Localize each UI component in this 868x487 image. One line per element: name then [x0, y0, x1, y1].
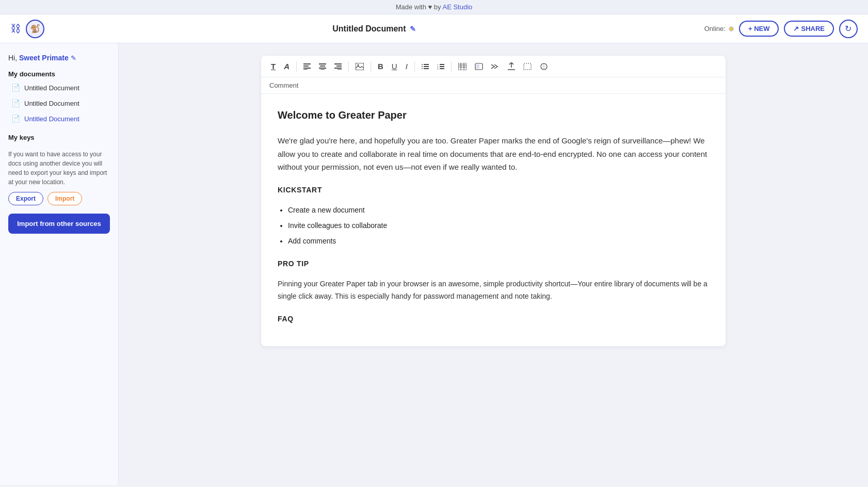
embed-button[interactable]	[471, 61, 487, 72]
kickstart-heading: KICKSTART	[278, 184, 709, 197]
svg-point-14	[422, 64, 423, 65]
svg-rect-17	[424, 66, 429, 67]
greeting: Hi, Sweet Primate ✎	[8, 54, 110, 62]
intro-paragraph: We're glad you're here, and hopefully yo…	[278, 134, 709, 174]
separator	[371, 61, 371, 72]
separator	[414, 61, 415, 72]
share-icon: ↗	[793, 25, 799, 33]
svg-rect-6	[319, 68, 326, 69]
table-button[interactable]	[455, 61, 470, 72]
upload-button[interactable]	[504, 60, 519, 73]
import-button[interactable]: Import	[47, 192, 82, 205]
svg-rect-5	[320, 66, 325, 67]
svg-rect-9	[336, 66, 342, 67]
list-item[interactable]: 📄 Untitled Document	[8, 112, 110, 125]
faq-heading: FAQ	[278, 313, 709, 326]
bold-button[interactable]: B	[374, 60, 387, 73]
export-button[interactable]: Export	[8, 192, 43, 205]
align-left-button[interactable]	[300, 61, 314, 72]
kickstart-list: Create a new document Invite colleagues …	[278, 204, 709, 247]
svg-rect-15	[424, 64, 429, 65]
document-title-heading: Welcome to Greater Paper	[278, 106, 709, 124]
svg-rect-2	[303, 68, 311, 69]
editor-card: T A B U I	[261, 56, 726, 346]
svg-rect-26	[458, 63, 467, 70]
formatting-toolbar: T A B U I	[261, 56, 726, 77]
magic-button[interactable]	[536, 60, 552, 73]
svg-rect-25	[440, 68, 444, 69]
header-left: ⛓ 🐒	[10, 20, 44, 38]
separator	[296, 61, 297, 72]
comment-label: Comment	[269, 82, 298, 89]
my-documents-section: My documents 📄 Untitled Document 📄 Untit…	[8, 70, 110, 125]
svg-rect-32	[476, 64, 479, 69]
align-right-button[interactable]	[331, 61, 345, 72]
doc-name: Untitled Document	[24, 84, 79, 92]
list-item: Add comments	[288, 235, 709, 248]
svg-rect-1	[303, 66, 309, 67]
bullet-list-button[interactable]	[418, 61, 432, 72]
edit-title-icon[interactable]: ✎	[410, 25, 416, 33]
align-center-button[interactable]	[315, 61, 330, 72]
online-dot	[729, 26, 734, 31]
svg-point-18	[422, 68, 423, 69]
doc-file-icon: 📄	[11, 99, 20, 107]
forward-button[interactable]	[488, 61, 503, 72]
separator	[451, 61, 452, 72]
logo-icon[interactable]: ⛓	[10, 23, 21, 35]
text-style-button[interactable]: T	[267, 60, 279, 73]
svg-rect-0	[303, 63, 311, 64]
svg-rect-34	[524, 63, 531, 70]
svg-rect-10	[334, 68, 342, 69]
svg-rect-12	[356, 63, 364, 70]
list-item[interactable]: 📄 Untitled Document	[8, 81, 110, 94]
refresh-button[interactable]: ↻	[839, 20, 858, 38]
svg-point-13	[358, 64, 359, 66]
doc-name: Untitled Document	[24, 115, 79, 123]
import-sources-button[interactable]: Import from other sources	[8, 214, 110, 234]
header: ⛓ 🐒 Untitled Document ✎ Online: + NEW ↗ …	[0, 14, 868, 43]
main-layout: Hi, Sweet Primate ✎ My documents 📄 Untit…	[0, 43, 868, 485]
svg-point-16	[422, 66, 423, 67]
font-button[interactable]: A	[280, 60, 293, 73]
svg-rect-21	[440, 64, 444, 65]
separator	[348, 61, 349, 72]
comment-bar: Comment	[261, 77, 726, 94]
numbered-list-button[interactable]: 1.2.3.	[433, 61, 448, 72]
my-keys-title: My keys	[8, 134, 110, 141]
underline-button[interactable]: U	[388, 60, 401, 73]
pro-tip-heading: PRO TIP	[278, 258, 709, 270]
keys-buttons: Export Import	[8, 192, 110, 205]
my-documents-title: My documents	[8, 70, 110, 78]
document-list: 📄 Untitled Document 📄 Untitled Document …	[8, 81, 110, 125]
share-button[interactable]: ↗ SHARE	[784, 21, 834, 37]
svg-rect-8	[334, 63, 342, 64]
svg-rect-11	[337, 69, 342, 70]
list-item[interactable]: 📄 Untitled Document	[8, 96, 110, 110]
top-banner: Made with ♥ by AE Studio	[0, 0, 868, 14]
banner-link[interactable]: AE Studio	[443, 3, 473, 11]
pro-tip-paragraph: Pinning your Greater Paper tab in your b…	[278, 278, 709, 303]
svg-rect-4	[319, 63, 326, 64]
svg-rect-3	[303, 69, 308, 70]
user-avatar[interactable]: 🐒	[26, 20, 44, 38]
frame-button[interactable]	[520, 61, 535, 72]
document-title: Untitled Document	[332, 24, 406, 34]
document-content[interactable]: Welcome to Greater Paper We're glad you'…	[261, 94, 726, 346]
svg-text:3.: 3.	[437, 68, 439, 70]
my-keys-section: My keys If you want to have access to yo…	[8, 134, 110, 205]
new-button[interactable]: + NEW	[739, 21, 779, 37]
header-right: Online: + NEW ↗ SHARE ↻	[704, 20, 858, 38]
edit-name-icon[interactable]: ✎	[71, 54, 76, 62]
italic-button[interactable]: I	[402, 60, 411, 73]
image-button[interactable]	[352, 61, 367, 72]
online-status: Online:	[704, 25, 734, 33]
editor-area: T A B U I	[119, 43, 868, 485]
list-item: Create a new document	[288, 204, 709, 217]
banner-text: Made with ♥ by	[396, 3, 443, 11]
keys-description: If you want to have access to your docs …	[8, 150, 110, 187]
doc-file-icon: 📄	[11, 84, 20, 92]
svg-rect-19	[424, 68, 429, 69]
svg-rect-7	[320, 69, 325, 70]
svg-rect-23	[440, 66, 444, 67]
